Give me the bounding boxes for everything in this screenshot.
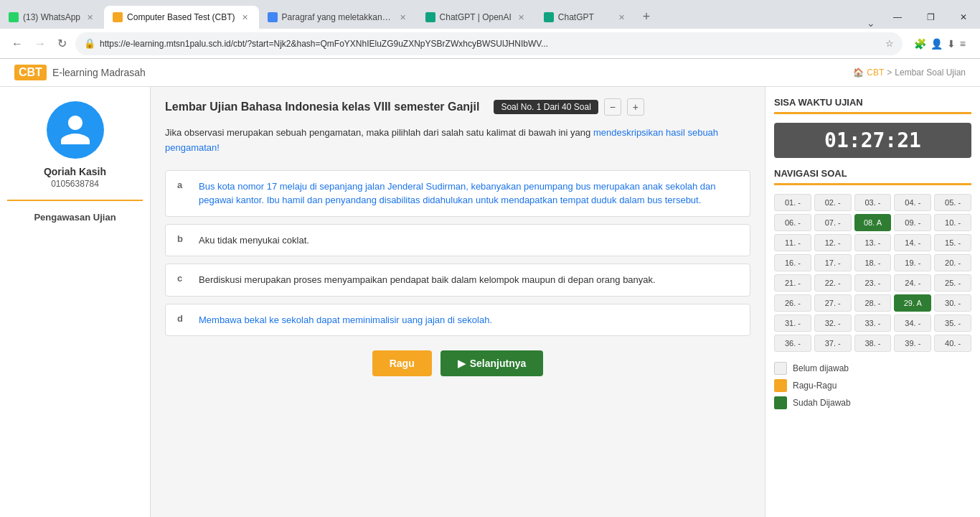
tab-whatsapp[interactable]: (13) WhatsApp ✕ (0, 6, 104, 29)
nav-item-10[interactable]: 10. - (934, 214, 971, 231)
answer-option-c[interactable]: c Berdiskusi merupakan proses menyampaik… (165, 264, 750, 297)
menu-icon[interactable]: ≡ (960, 38, 966, 50)
nav-item-32[interactable]: 32. - (814, 315, 852, 332)
nav-item-7[interactable]: 07. - (814, 214, 852, 231)
main-content: Lembar Ujian Bahasa Indonesia kelas VIII… (151, 87, 765, 517)
option-c-label: c (177, 273, 189, 284)
bookmark-icon[interactable]: ☆ (885, 38, 894, 49)
nav-item-35[interactable]: 35. - (934, 315, 971, 332)
nav-item-6[interactable]: 06. - (774, 214, 811, 231)
nav-item-11[interactable]: 11. - (774, 234, 811, 251)
window-controls: — ❐ ✕ (881, 6, 980, 29)
nav-item-24[interactable]: 24. - (894, 274, 931, 292)
question-minimize-button[interactable]: − (604, 98, 621, 116)
question-header-row: Lembar Ujian Bahasa Indonesia kelas VIII… (165, 98, 750, 116)
next-button-label: Selanjutnya (470, 358, 527, 369)
refresh-button[interactable]: ↻ (55, 34, 70, 53)
nav-item-25[interactable]: 25. - (934, 274, 971, 292)
nav-item-20[interactable]: 20. - (934, 254, 971, 271)
nav-item-16[interactable]: 16. - (774, 254, 811, 271)
extensions-icon[interactable]: 🧩 (914, 38, 926, 50)
legend-answered-label: Sudah Dijawab (793, 398, 851, 408)
tab-cbt-close[interactable]: ✕ (240, 12, 250, 23)
question-expand-button[interactable]: + (627, 98, 644, 116)
nav-item-23[interactable]: 23. - (854, 274, 892, 292)
app-container: CBT E-learning Madrasah 🏠 CBT > Lembar S… (0, 59, 980, 517)
tab-google1-close[interactable]: ✕ (397, 12, 408, 23)
user-avatar-icon (57, 112, 93, 148)
nav-item-22[interactable]: 22. - (814, 274, 852, 292)
nav-item-19[interactable]: 19. - (894, 254, 931, 271)
app-title: CBT E-learning Madrasah (14, 65, 146, 80)
nav-item-1[interactable]: 01. - (774, 194, 811, 211)
maximize-button[interactable]: ❐ (914, 6, 947, 29)
next-button[interactable]: ▶ Selanjutnya (440, 350, 544, 376)
answer-option-b[interactable]: b Aku tidak menyukai coklat. (165, 224, 750, 257)
nav-item-27[interactable]: 27. - (814, 294, 852, 312)
legend-answered-box (774, 396, 787, 409)
download-icon[interactable]: ⬇ (947, 38, 956, 50)
breadcrumb: 🏠 CBT > Lembar Soal Ujian (853, 67, 966, 78)
breadcrumb-current: Lembar Soal Ujian (895, 67, 966, 78)
cbt-favicon (113, 12, 123, 22)
app-subtitle: E-learning Madrasah (52, 67, 146, 78)
nav-item-13[interactable]: 13. - (854, 234, 892, 251)
url-action-icons: ☆ (885, 38, 894, 49)
tab-google1-label: Paragraf yang meletakkan ga... (282, 12, 393, 22)
tab-chatgpt1[interactable]: ChatGPT | OpenAI ✕ (417, 6, 535, 29)
legend-unanswered: Belum dijawab (774, 362, 971, 375)
nav-item-38[interactable]: 38. - (854, 335, 892, 352)
nav-item-15[interactable]: 15. - (934, 234, 971, 251)
nav-item-36[interactable]: 36. - (774, 335, 811, 352)
tab-chatgpt1-close[interactable]: ✕ (516, 12, 527, 23)
tab-whatsapp-close[interactable]: ✕ (85, 12, 95, 23)
option-a-text: Bus kota nomor 17 melaju di sepanjang ja… (199, 180, 738, 208)
nav-item-26[interactable]: 26. - (774, 294, 811, 312)
tab-list-icon[interactable]: ⌄ (867, 17, 875, 29)
profile-icon[interactable]: 👤 (930, 38, 943, 50)
nav-item-12[interactable]: 12. - (814, 234, 852, 251)
nav-item-39[interactable]: 39. - (894, 335, 931, 352)
nav-item-3[interactable]: 03. - (854, 194, 892, 211)
option-d-label: d (177, 313, 189, 324)
tab-chatgpt2[interactable]: ChatGPT ✕ (535, 6, 636, 29)
legend-unanswered-label: Belum dijawab (793, 363, 849, 373)
app-body: Qoriah Kasih 0105638784 Pengawasan Ujian… (0, 87, 980, 517)
nav-item-40[interactable]: 40. - (934, 335, 971, 352)
sidebar-divider (7, 200, 143, 201)
new-tab-button[interactable]: + (636, 9, 658, 24)
legend-unanswered-box (774, 362, 787, 375)
nav-item-14[interactable]: 14. - (894, 234, 931, 251)
nav-item-34[interactable]: 34. - (894, 315, 931, 332)
nav-item-5[interactable]: 05. - (934, 194, 971, 211)
ragu-button[interactable]: Ragu (372, 350, 432, 376)
nav-item-33[interactable]: 33. - (854, 315, 892, 332)
nav-item-4[interactable]: 04. - (894, 194, 931, 211)
nav-item-9[interactable]: 09. - (894, 214, 931, 231)
address-bar: ← → ↻ 🔒 https://e-learning.mtsn1palu.sch… (0, 29, 980, 59)
tab-chatgpt2-close[interactable]: ✕ (616, 12, 627, 23)
nav-item-30[interactable]: 30. - (934, 294, 971, 312)
answer-option-a[interactable]: a Bus kota nomor 17 melaju di sepanjang … (165, 170, 750, 217)
answer-option-d[interactable]: d Membawa bekal ke sekolah dapat meminim… (165, 304, 750, 337)
nav-item-21[interactable]: 21. - (774, 274, 811, 292)
forward-button[interactable]: → (32, 34, 49, 53)
url-bar[interactable]: 🔒 https://e-learning.mtsn1palu.sch.id/cb… (75, 32, 903, 55)
nav-item-31[interactable]: 31. - (774, 315, 811, 332)
nav-item-29[interactable]: 29. A (894, 294, 931, 312)
avatar (47, 101, 104, 159)
close-button[interactable]: ✕ (947, 6, 980, 29)
security-icon: 🔒 (84, 38, 95, 49)
tab-google1[interactable]: Paragraf yang meletakkan ga... ✕ (259, 6, 417, 29)
nav-item-2[interactable]: 02. - (814, 194, 852, 211)
breadcrumb-cbt-link[interactable]: CBT (867, 67, 884, 78)
tab-cbt[interactable]: Computer Based Test (CBT) ✕ (104, 6, 259, 29)
nav-item-8[interactable]: 08. A (854, 214, 892, 231)
tab-chatgpt1-label: ChatGPT | OpenAI (440, 12, 512, 22)
minimize-button[interactable]: — (881, 6, 914, 29)
nav-item-17[interactable]: 17. - (814, 254, 852, 271)
nav-item-28[interactable]: 28. - (854, 294, 892, 312)
nav-item-37[interactable]: 37. - (814, 335, 852, 352)
back-button[interactable]: ← (9, 34, 26, 53)
nav-item-18[interactable]: 18. - (854, 254, 892, 271)
